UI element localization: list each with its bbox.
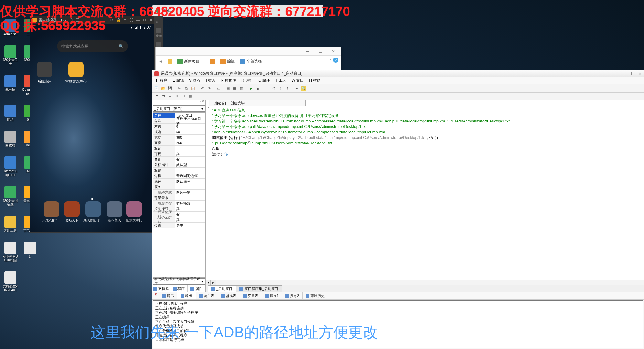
menu-item[interactable]: V 查看 <box>187 78 203 83</box>
property-value[interactable]: 真 <box>175 217 205 222</box>
property-row[interactable]: 边框普通固定边框 <box>153 173 205 179</box>
output-tabs[interactable]: ✖ 提示输出调用表监视表变量表搜寻1搜寻2剪辑历史 <box>152 292 644 300</box>
panel-pin-icon[interactable]: ▫ <box>200 100 201 105</box>
paste-button[interactable]: 📋 <box>190 86 196 91</box>
property-row[interactable]: 底色默认底色 <box>153 179 205 184</box>
panel-tab[interactable]: 支持库 <box>152 285 170 292</box>
property-value[interactable] <box>175 168 205 173</box>
save-button[interactable]: 💾 <box>167 86 173 91</box>
property-value[interactable] <box>175 195 205 200</box>
copy-button[interactable]: ⧉ <box>183 86 189 91</box>
cut-button[interactable]: ✂ <box>177 86 182 91</box>
toolbar-button[interactable]: 编辑 <box>220 59 235 64</box>
code-tab[interactable]: 窗口程序集_启动窗口 <box>236 285 282 292</box>
desktop-icon[interactable]: 1 <box>22 242 38 262</box>
chevron-up-icon[interactable]: ▴ <box>329 58 331 61</box>
app-shortcut[interactable]: 系统应用 <box>37 62 52 84</box>
property-row[interactable]: 顶边50 <box>153 129 205 135</box>
back-button[interactable]: ◄ <box>159 59 163 64</box>
property-row[interactable]: 鼠标指针默认型 <box>153 162 205 168</box>
dock-app[interactable]: 新不良人 <box>107 201 122 223</box>
menu-item[interactable]: T 工具 <box>273 78 289 83</box>
property-value[interactable]: 普通固定边框 <box>175 173 205 178</box>
property-row[interactable]: 高度250 <box>153 140 205 146</box>
menu-item[interactable]: F 程序 <box>154 78 170 83</box>
step-over-button[interactable]: ⤵ <box>278 86 284 91</box>
property-value[interactable]: 循环播放 <box>175 201 205 206</box>
property-value[interactable]: 假 <box>175 212 205 217</box>
align-center-button[interactable]: ⊐ <box>160 93 166 99</box>
emulator-sidebar-item[interactable]: 按键 <box>156 28 162 38</box>
window-button[interactable]: ▭ <box>216 86 221 91</box>
property-value[interactable]: 在程序启动后自动 <box>175 118 205 123</box>
property-value[interactable]: 250 <box>175 140 205 145</box>
panel-tab[interactable]: 属性 <box>188 285 205 292</box>
menu-item[interactable]: R 数据库 <box>218 78 239 83</box>
output-tab[interactable]: 提示 <box>159 292 177 299</box>
bp-button[interactable]: ✦ <box>294 86 300 91</box>
step-button[interactable]: {·} <box>271 86 277 91</box>
property-value[interactable] <box>175 146 205 151</box>
desktop-icon[interactable]: 龙腾盛世20220401 <box>3 271 18 292</box>
ide-menubar[interactable]: F 程序E 编辑V 查看I 插入R 数据库R 运行C 编译T 工具W 窗口H 帮… <box>152 77 644 84</box>
property-row[interactable]: 备注在程序启动后自动 <box>153 118 205 124</box>
output-close-icon[interactable]: ✖ <box>152 292 159 299</box>
menu-item[interactable]: E 编辑 <box>170 78 187 83</box>
property-table[interactable]: 名称_启动窗口备注在程序启动后自动左边0顶边50宽度380高度250标记可视真禁… <box>153 112 205 278</box>
redo-button[interactable]: ↷ <box>206 86 212 91</box>
code-line[interactable]: Adb <box>212 146 637 152</box>
menu-item[interactable]: C 编译 <box>256 78 273 83</box>
output-tab[interactable]: 输出 <box>177 292 196 299</box>
panel-tab[interactable]: 程序 <box>170 285 188 292</box>
align-left-button[interactable]: ⊏ <box>154 93 159 99</box>
app-shortcut[interactable]: 雷电游戏中心 <box>65 62 87 84</box>
code-line[interactable]: ' 学习第一个命令 adb devices 查询已经链接的设备 并且学习如何指定… <box>212 113 637 119</box>
code-tab[interactable]: _启动窗口 <box>208 285 236 292</box>
run-button[interactable]: ▶ <box>248 86 254 91</box>
search-icon[interactable]: 🔍 <box>119 44 123 48</box>
code-line[interactable]: ' adb -s emulator-5554 shell /system/bin… <box>212 130 637 135</box>
menu-item[interactable]: R 运行 <box>239 78 256 83</box>
maximize-button[interactable]: ☐ <box>628 71 632 76</box>
property-row[interactable]: 底图方式图片平铺 <box>153 190 205 195</box>
minimize-button[interactable]: — <box>618 71 622 76</box>
desktop-icon[interactable]: 圣境神器OnLine[新] <box>3 242 18 262</box>
output-tab[interactable]: 监视表 <box>218 292 240 299</box>
property-value[interactable]: 假 <box>175 157 205 162</box>
dock-app[interactable]: 天龙八部2： <box>42 201 60 223</box>
minimize-button[interactable]: — <box>301 48 314 55</box>
property-row[interactable]: 标题 <box>153 168 205 173</box>
output-tab[interactable]: 调用表 <box>196 292 218 299</box>
close-button[interactable]: ✕ <box>327 48 339 55</box>
layout2-button[interactable]: ▦ <box>232 86 238 91</box>
menu-item[interactable]: I 插入 <box>203 78 218 83</box>
property-value[interactable]: 380 <box>175 135 205 140</box>
layout1-button[interactable]: ▤ <box>225 86 231 91</box>
menu-item[interactable]: W 窗口 <box>289 78 307 83</box>
code-line[interactable]: 运行 ( 假, ) <box>212 152 637 157</box>
desktop-icon[interactable]: 常用工具 <box>3 216 18 233</box>
find-button[interactable]: 🔍 <box>301 86 306 91</box>
toolbar-button[interactable]: 新建项目 <box>177 59 199 64</box>
property-value[interactable]: 默认型 <box>175 162 205 167</box>
property-value[interactable]: 默认底色 <box>175 179 205 184</box>
layout3-button[interactable]: ▥ <box>239 86 244 91</box>
property-value[interactable] <box>175 184 205 189</box>
property-row[interactable]: 宽度380 <box>153 135 205 140</box>
ide-toolbar-2[interactable]: ⊏ ⊐ ≡ ⊓ ⊔ ▦ <box>152 93 644 100</box>
align-button[interactable]: ⊓ <box>174 93 180 99</box>
property-value[interactable]: 0 <box>175 124 205 129</box>
horizontal-scrollbar[interactable]: ◄► <box>206 280 644 285</box>
toolbar-button[interactable] <box>210 59 215 64</box>
desktop-icon[interactable]: 回收站 <box>3 131 18 147</box>
code-line[interactable]: ' pull /data/local/tmp/uidump.xml C:/Use… <box>212 141 637 146</box>
maximize-button[interactable]: ☐ <box>314 48 327 55</box>
property-value[interactable]: 真 <box>175 151 205 156</box>
align-button[interactable]: ⊔ <box>181 93 187 99</box>
property-row[interactable]: 位置居中 <box>153 223 205 228</box>
open-button[interactable]: 📂 <box>160 86 166 91</box>
property-value[interactable]: 居中 <box>175 223 205 228</box>
desktop-icon[interactable]: 360安全卫士 <box>3 45 18 66</box>
output-tab[interactable]: 搜寻1 <box>262 292 282 299</box>
ide-titlebar[interactable]: 易语言(加密狗版) - Windows窗口程序 - [程序集: 窗口程序集_启动… <box>152 70 644 77</box>
